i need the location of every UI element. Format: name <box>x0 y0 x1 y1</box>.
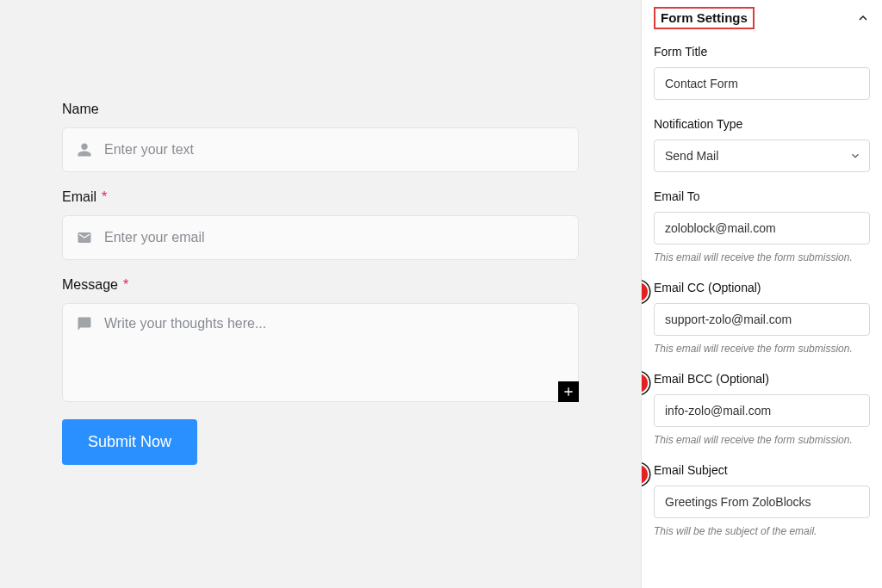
name-input-wrap <box>62 127 579 172</box>
email-to-helper: This email will receive the form submiss… <box>654 251 870 263</box>
email-bcc-helper: This email will receive the form submiss… <box>654 434 870 446</box>
email-input[interactable] <box>104 230 564 245</box>
email-subject-label: Email Subject <box>654 463 870 477</box>
chat-icon <box>77 316 92 331</box>
email-cc-helper: This email will receive the form submiss… <box>654 343 870 355</box>
notification-type-label: Notification Type <box>654 117 870 131</box>
email-field: Email* <box>62 189 579 260</box>
message-textarea[interactable] <box>104 316 564 401</box>
message-input-wrap <box>62 303 579 402</box>
name-field: Name <box>62 102 579 172</box>
step-badge-4: 4 <box>641 281 649 303</box>
name-input[interactable] <box>104 142 564 158</box>
form-title-label: Form Title <box>654 45 870 59</box>
notification-type-setting: Notification Type Send Mail <box>654 117 870 172</box>
add-block-button[interactable] <box>558 381 579 402</box>
user-icon <box>77 142 92 158</box>
notification-type-select[interactable]: Send Mail <box>654 139 870 172</box>
envelope-icon <box>77 230 92 245</box>
email-to-setting: Email To This email will receive the for… <box>654 189 870 263</box>
email-input-wrap <box>62 215 579 260</box>
email-to-input[interactable] <box>654 212 870 244</box>
email-subject-helper: This will be the subject of the email. <box>654 525 870 537</box>
panel-title: Form Settings <box>661 10 748 25</box>
email-subject-setting: 6 Email Subject This will be the subject… <box>654 463 870 537</box>
form-canvas: Name Email* Message* Submit Now <box>0 0 641 588</box>
message-field: Message* <box>62 277 579 402</box>
email-cc-input[interactable] <box>654 303 870 336</box>
email-subject-input[interactable] <box>654 486 870 518</box>
email-to-label: Email To <box>654 189 870 203</box>
email-bcc-setting: 5 Email BCC (Optional) This email will r… <box>654 372 870 446</box>
panel-title-highlight: Form Settings <box>654 7 755 29</box>
name-label: Name <box>62 102 579 117</box>
required-mark: * <box>102 189 107 204</box>
email-label: Email* <box>62 189 579 205</box>
submit-button[interactable]: Submit Now <box>62 419 197 465</box>
chevron-up-icon <box>856 11 870 25</box>
email-cc-label: Email CC (Optional) <box>654 281 870 294</box>
form-title-input[interactable] <box>654 67 870 100</box>
notification-type-select-wrap: Send Mail <box>654 139 870 172</box>
form-title-setting: Form Title <box>654 45 870 100</box>
step-badge-6: 6 <box>641 463 649 486</box>
panel-header[interactable]: Form Settings <box>654 7 870 29</box>
step-badge-5: 5 <box>641 372 649 394</box>
required-mark: * <box>123 277 128 292</box>
email-bcc-label: Email BCC (Optional) <box>654 372 870 386</box>
message-label: Message* <box>62 277 579 293</box>
email-bcc-input[interactable] <box>654 394 870 427</box>
settings-sidebar: Form Settings Form Title Notification Ty… <box>641 0 882 588</box>
email-cc-setting: 4 Email CC (Optional) This email will re… <box>654 281 870 355</box>
